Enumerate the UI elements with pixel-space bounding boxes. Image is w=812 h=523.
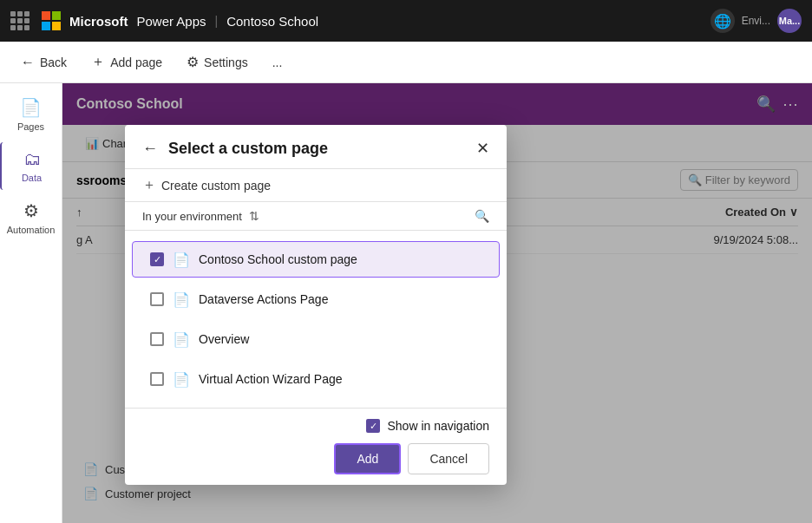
- show-nav-label: Show in navigation: [387, 419, 489, 433]
- back-icon: ←: [21, 55, 35, 70]
- add-page-button[interactable]: ＋ Add page: [84, 49, 169, 75]
- plus-create-icon: ＋: [142, 176, 156, 194]
- automation-icon: ⚙: [23, 200, 39, 221]
- dialog-item-3[interactable]: 📄 Overview: [132, 321, 500, 357]
- nav-app-name: Power Apps: [137, 14, 206, 29]
- top-nav: Microsoft Power Apps | Contoso School 🌐 …: [0, 0, 812, 42]
- nav-divider: |: [215, 14, 219, 28]
- env-text: In your environment: [142, 210, 242, 223]
- data-icon: 🗂: [23, 149, 41, 169]
- microsoft-logo: [42, 11, 61, 30]
- item-label-1: Contoso School custom page: [199, 252, 357, 266]
- footer-buttons: Add Cancel: [142, 443, 489, 474]
- back-button[interactable]: ← Back: [14, 51, 74, 74]
- page-icon-4: 📄: [173, 370, 190, 388]
- show-nav-checkbox[interactable]: [366, 419, 380, 433]
- item-label-4: Virtual Action Wizard Page: [199, 372, 343, 386]
- sidebar-item-pages[interactable]: 📄 Pages: [0, 90, 62, 139]
- sidebar: 📄 Pages 🗂 Data ⚙ Automation: [0, 83, 62, 523]
- item-label-2: Dataverse Actions Page: [199, 292, 328, 306]
- sidebar-item-data[interactable]: 🗂 Data: [0, 142, 62, 190]
- environment-icon[interactable]: 🌐: [710, 9, 735, 33]
- sidebar-item-automation[interactable]: ⚙ Automation: [0, 193, 62, 242]
- sort-arrows-icon: ⇅: [249, 209, 259, 223]
- back-arrow-icon: ←: [142, 140, 158, 158]
- dialog-footer: Show in navigation Add Cancel: [125, 408, 507, 485]
- dialog-close-button[interactable]: ✕: [476, 139, 489, 158]
- select-custom-page-dialog: ← Select a custom page ✕ ＋ Create custom…: [125, 125, 507, 485]
- plus-icon: ＋: [91, 53, 105, 71]
- checkbox-4[interactable]: [150, 372, 164, 386]
- content-area: Contoso School 🔍 ⋯ 📊 Chart ＋ New 🗑: [62, 83, 812, 523]
- nav-right: 🌐 Envi... Ma...: [710, 9, 802, 33]
- checkbox-2[interactable]: [150, 292, 164, 306]
- create-custom-page-button[interactable]: ＋ Create custom page: [125, 169, 507, 201]
- dialog-item-2[interactable]: 📄 Dataverse Actions Page: [132, 281, 500, 317]
- dialog-item-4[interactable]: 📄 Virtual Action Wizard Page: [132, 361, 500, 397]
- dialog-title: Select a custom page: [168, 140, 466, 158]
- nav-org-name: Contoso School: [226, 14, 318, 29]
- item-label-3: Overview: [199, 332, 249, 346]
- settings-button[interactable]: ⚙ Settings: [180, 50, 255, 74]
- avatar[interactable]: Ma...: [777, 9, 802, 33]
- page-icon-3: 📄: [173, 330, 190, 348]
- page-icon-2: 📄: [173, 291, 190, 308]
- env-label: Envi...: [742, 15, 770, 27]
- cancel-button[interactable]: Cancel: [408, 443, 489, 474]
- modal-overlay: ← Select a custom page ✕ ＋ Create custom…: [62, 83, 812, 523]
- toolbar: ← Back ＋ Add page ⚙ Settings ...: [0, 42, 812, 83]
- dialog-header: ← Select a custom page ✕: [125, 125, 507, 169]
- close-icon: ✕: [476, 140, 489, 157]
- env-search-icon[interactable]: 🔍: [475, 209, 489, 223]
- dialog-list: 📄 Contoso School custom page 📄 Dataverse…: [125, 231, 507, 408]
- page-icon-1: 📄: [173, 251, 190, 268]
- dialog-item-1[interactable]: 📄 Contoso School custom page: [132, 241, 500, 278]
- more-button[interactable]: ...: [265, 52, 290, 73]
- show-nav-row: Show in navigation: [142, 419, 489, 433]
- add-button[interactable]: Add: [334, 443, 401, 474]
- dialog-env-bar: In your environment ⇅ 🔍: [125, 201, 507, 231]
- grid-icon[interactable]: [10, 11, 29, 30]
- gear-icon: ⚙: [187, 54, 199, 70]
- pages-icon: 📄: [20, 97, 42, 118]
- main-layout: 📄 Pages 🗂 Data ⚙ Automation Contoso Scho…: [0, 83, 812, 523]
- dialog-back-button[interactable]: ←: [142, 140, 158, 158]
- nav-company: Microsoft: [69, 14, 128, 29]
- checkbox-1[interactable]: [150, 252, 164, 266]
- checkbox-3[interactable]: [150, 332, 164, 346]
